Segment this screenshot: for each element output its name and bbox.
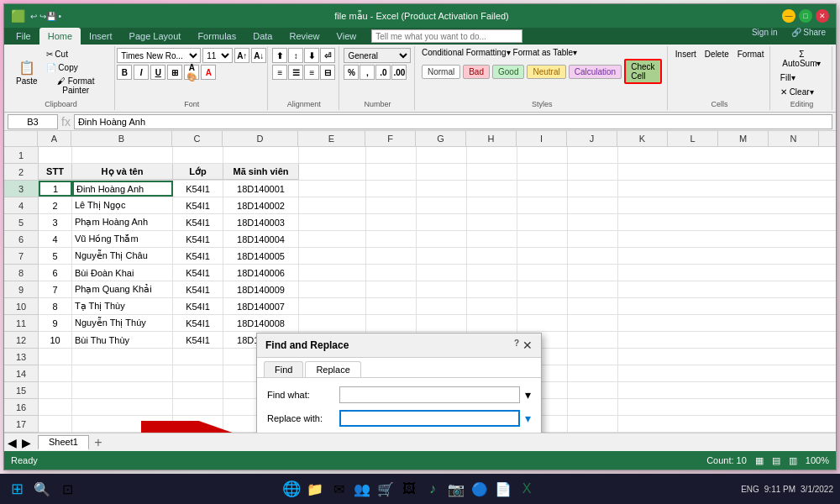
replace-dropdown-btn[interactable]: ▾ bbox=[525, 412, 531, 425]
wrap-text-button[interactable]: ⏎ bbox=[320, 48, 335, 63]
cell-i5[interactable] bbox=[517, 214, 568, 230]
cell-j4[interactable] bbox=[568, 197, 618, 213]
autosum-button[interactable]: Σ AutoSum▾ bbox=[777, 48, 827, 70]
col-header-j[interactable]: J bbox=[567, 131, 617, 146]
cell-f1[interactable] bbox=[366, 147, 417, 163]
find-replace-dialog[interactable]: Find and Replace ? ✕ Find Replace Find w… bbox=[256, 333, 542, 433]
cell-j9[interactable] bbox=[568, 281, 618, 297]
col-header-e[interactable]: E bbox=[298, 131, 365, 146]
cell-d1[interactable] bbox=[223, 147, 299, 163]
clear-button[interactable]: ✕ Clear▾ bbox=[777, 86, 827, 98]
increase-font-button[interactable]: A↑ bbox=[234, 48, 249, 63]
explorer-icon[interactable]: 📁 bbox=[305, 479, 325, 499]
cell-c15[interactable] bbox=[173, 382, 223, 398]
col-header-k[interactable]: K bbox=[617, 131, 668, 146]
windows-logo-icon[interactable]: ⊞ bbox=[7, 479, 27, 499]
share-button[interactable]: 🔗 Share bbox=[785, 28, 832, 45]
cell-c3[interactable]: K54I1 bbox=[173, 181, 223, 197]
cell-i1[interactable] bbox=[517, 147, 568, 163]
cell-b6[interactable]: Vũ Hồng Thắm bbox=[72, 231, 173, 247]
col-header-o[interactable]: O bbox=[819, 131, 836, 146]
fill-color-button[interactable]: A🎨 bbox=[184, 65, 199, 80]
cell-d7[interactable]: 18D140005 bbox=[223, 248, 299, 264]
cell-j3[interactable] bbox=[568, 181, 618, 197]
search-taskbar-icon[interactable]: 🔍 bbox=[32, 479, 52, 499]
cell-f11[interactable] bbox=[366, 315, 417, 331]
cell-g2[interactable] bbox=[417, 164, 467, 180]
cell-b17[interactable] bbox=[72, 416, 173, 432]
cell-f8[interactable] bbox=[366, 265, 417, 281]
italic-button[interactable]: I bbox=[134, 65, 149, 80]
view-page-icon[interactable]: ▥ bbox=[789, 455, 797, 466]
cell-c1[interactable] bbox=[173, 147, 223, 163]
cell-a2[interactable]: STT bbox=[39, 164, 72, 180]
cell-g3[interactable] bbox=[417, 181, 467, 197]
decrease-font-button[interactable]: A↓ bbox=[251, 48, 266, 63]
dialog-help[interactable]: ? bbox=[514, 339, 519, 352]
cell-e10[interactable] bbox=[299, 298, 366, 314]
cell-a5[interactable]: 3 bbox=[39, 214, 72, 230]
cell-g5[interactable] bbox=[417, 214, 467, 230]
cell-e2[interactable] bbox=[299, 164, 366, 180]
row-header-11[interactable]: 11 bbox=[4, 315, 38, 332]
cell-j6[interactable] bbox=[568, 231, 618, 247]
style-checkcell[interactable]: Check Cell bbox=[624, 59, 662, 84]
align-top-button[interactable]: ⬆ bbox=[272, 48, 287, 63]
style-calculation[interactable]: Calculation bbox=[569, 65, 622, 79]
cell-c17[interactable] bbox=[173, 416, 223, 432]
store-icon[interactable]: 🛒 bbox=[375, 479, 396, 499]
cell-c10[interactable]: K54I1 bbox=[173, 298, 223, 314]
formula-input[interactable] bbox=[74, 114, 832, 129]
cell-i7[interactable] bbox=[517, 248, 568, 264]
row-header-12[interactable]: 12 bbox=[4, 332, 38, 349]
cell-c11[interactable]: K54I1 bbox=[173, 315, 223, 331]
cell-c12[interactable]: K54I1 bbox=[173, 332, 223, 348]
cell-e6[interactable] bbox=[299, 231, 366, 247]
col-header-f[interactable]: F bbox=[365, 131, 416, 146]
tab-data[interactable]: Data bbox=[244, 28, 281, 45]
cell-e1[interactable] bbox=[299, 147, 366, 163]
maximize-button[interactable]: □ bbox=[799, 9, 812, 23]
cell-b10[interactable]: Tạ Thị Thùy bbox=[72, 298, 173, 314]
cell-b12[interactable]: Bùi Thu Thùy bbox=[72, 332, 173, 348]
excel-taskbar-icon[interactable]: X bbox=[517, 479, 537, 499]
cell-h10[interactable] bbox=[467, 298, 517, 314]
col-header-b[interactable]: B bbox=[71, 131, 172, 146]
cell-b9[interactable]: Phạm Quang Khải bbox=[72, 281, 173, 297]
cell-e3[interactable] bbox=[299, 181, 366, 197]
cell-e11[interactable] bbox=[299, 315, 366, 331]
insert-cells-button[interactable]: Insert bbox=[672, 48, 700, 60]
spotify-icon[interactable]: ♪ bbox=[423, 479, 443, 499]
row-header-5[interactable]: 5 bbox=[4, 214, 38, 231]
cell-e5[interactable] bbox=[299, 214, 366, 230]
cell-e8[interactable] bbox=[299, 265, 366, 281]
style-good[interactable]: Good bbox=[492, 65, 524, 79]
cell-h7[interactable] bbox=[467, 248, 517, 264]
cell-h5[interactable] bbox=[467, 214, 517, 230]
cell-i6[interactable] bbox=[517, 231, 568, 247]
cell-c7[interactable]: K54I1 bbox=[173, 248, 223, 264]
format-painter-button[interactable]: 🖌 Format Painter bbox=[43, 75, 109, 97]
cell-c16[interactable] bbox=[173, 399, 223, 415]
cell-c8[interactable]: K54I1 bbox=[173, 265, 223, 281]
view-normal-icon[interactable]: ▦ bbox=[755, 455, 764, 466]
add-sheet-button[interactable]: + bbox=[91, 435, 106, 450]
row-header-4[interactable]: 4 bbox=[4, 197, 38, 214]
cell-j1[interactable] bbox=[568, 147, 618, 163]
cell-d11[interactable]: 18D140008 bbox=[223, 315, 299, 331]
find-input[interactable] bbox=[339, 386, 520, 403]
cell-d8[interactable]: 18D140006 bbox=[223, 265, 299, 281]
tab-view[interactable]: View bbox=[328, 28, 365, 45]
cell-j10[interactable] bbox=[568, 298, 618, 314]
cell-b11[interactable]: Nguyễn Thị Thúy bbox=[72, 315, 173, 331]
col-header-l[interactable]: L bbox=[668, 131, 718, 146]
search-input[interactable] bbox=[371, 29, 522, 43]
tab-home[interactable]: Home bbox=[39, 28, 81, 45]
row-header-9[interactable]: 9 bbox=[4, 281, 38, 298]
cell-e9[interactable] bbox=[299, 281, 366, 297]
cell-a10[interactable]: 8 bbox=[39, 298, 72, 314]
cell-g11[interactable] bbox=[417, 315, 467, 331]
replace-input[interactable] bbox=[339, 410, 520, 427]
col-header-g[interactable]: G bbox=[416, 131, 466, 146]
task-view-icon[interactable]: ⊡ bbox=[57, 479, 77, 499]
